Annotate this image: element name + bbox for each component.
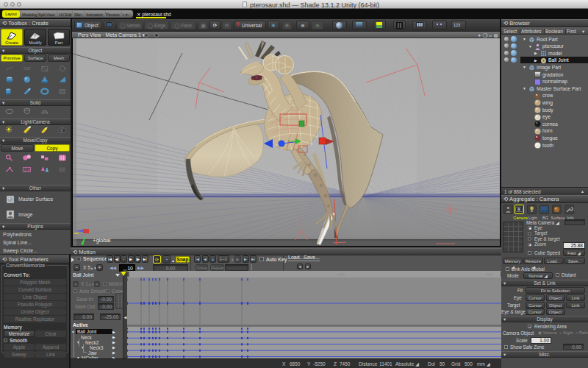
svg-text:400: 400	[486, 272, 494, 277]
svg-text:2.0: 2.0	[24, 168, 30, 172]
svg-text:200: 200	[337, 272, 345, 277]
svg-text:+global: +global	[93, 237, 111, 244]
